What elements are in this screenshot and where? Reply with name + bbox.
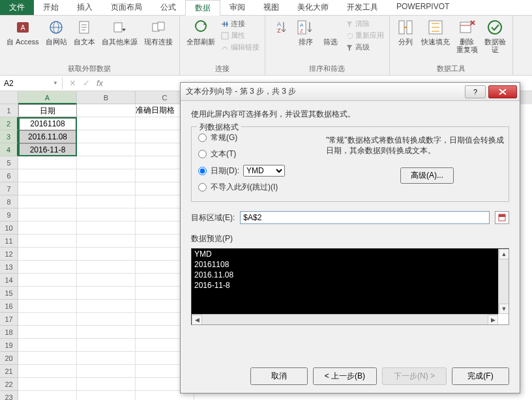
- btn-reapply[interactable]: 重新应用: [344, 30, 385, 41]
- btn-flash-fill[interactable]: 快速填充: [419, 17, 452, 47]
- cell[interactable]: [18, 195, 77, 208]
- cell[interactable]: [77, 104, 136, 117]
- row-header[interactable]: 6: [0, 169, 18, 182]
- cell[interactable]: [77, 195, 136, 208]
- row-header[interactable]: 13: [0, 261, 18, 274]
- close-button[interactable]: [488, 85, 517, 98]
- btn-data-validation[interactable]: 数据验 证: [482, 17, 509, 55]
- btn-existing-conn[interactable]: 现有连接: [141, 17, 175, 47]
- help-button[interactable]: ?: [465, 85, 486, 98]
- date-format-select[interactable]: YMD: [243, 165, 285, 177]
- cell[interactable]: [18, 300, 77, 313]
- row-header[interactable]: 18: [0, 326, 18, 339]
- cell[interactable]: [77, 339, 136, 352]
- radio-date[interactable]: 日期(D):: [198, 165, 239, 177]
- chevron-down-icon[interactable]: ▼: [53, 80, 58, 86]
- target-range-input[interactable]: [240, 211, 490, 224]
- cell[interactable]: [77, 326, 136, 339]
- col-header[interactable]: A: [18, 91, 77, 104]
- btn-filter[interactable]: 筛选: [319, 17, 342, 47]
- cell[interactable]: [77, 261, 136, 274]
- cell[interactable]: [18, 221, 77, 235]
- cell[interactable]: [77, 313, 136, 326]
- btn-remove-duplicates[interactable]: 删除 重复项: [454, 17, 480, 55]
- row-header[interactable]: 7: [0, 182, 18, 195]
- cell[interactable]: [77, 378, 136, 391]
- cell[interactable]: [18, 287, 77, 300]
- cell[interactable]: [77, 300, 136, 313]
- row-header[interactable]: 19: [0, 339, 18, 352]
- btn-refresh-all[interactable]: 全部刷新: [184, 17, 218, 47]
- col-header[interactable]: B: [77, 91, 136, 104]
- row-header[interactable]: 21: [0, 365, 18, 378]
- cell[interactable]: [18, 339, 77, 352]
- cell[interactable]: [77, 365, 136, 378]
- dialog-titlebar[interactable]: 文本分列向导 - 第 3 步，共 3 步 ?: [181, 83, 520, 101]
- btn-advanced-filter[interactable]: 高级: [344, 42, 385, 53]
- row-header[interactable]: 2: [0, 117, 18, 130]
- cell[interactable]: 20161108: [18, 117, 77, 130]
- tab-insert[interactable]: 插入: [68, 0, 102, 15]
- cell[interactable]: [77, 156, 136, 169]
- btn-properties[interactable]: 属性: [219, 30, 261, 41]
- tab-view[interactable]: 视图: [254, 0, 288, 15]
- cell[interactable]: [18, 169, 77, 182]
- btn-from-other[interactable]: 自其他来源: [99, 17, 140, 47]
- cell[interactable]: [77, 221, 136, 235]
- btn-from-web[interactable]: 自网站: [43, 17, 70, 47]
- cell[interactable]: [77, 208, 136, 221]
- cell[interactable]: [18, 235, 77, 248]
- btn-edit-links[interactable]: 编辑链接: [219, 42, 261, 53]
- cell[interactable]: 2016.11.08: [18, 130, 77, 143]
- row-header[interactable]: 12: [0, 248, 18, 261]
- cell[interactable]: [18, 248, 77, 261]
- cell[interactable]: 2016-11-8: [18, 143, 77, 156]
- scrollbar-horizontal[interactable]: ◀▶: [192, 314, 498, 324]
- cell[interactable]: [18, 182, 77, 195]
- btn-text-to-columns[interactable]: 分列: [394, 17, 417, 47]
- cell[interactable]: [18, 313, 77, 326]
- row-header[interactable]: 22: [0, 378, 18, 391]
- cell[interactable]: [77, 287, 136, 300]
- cell[interactable]: [18, 156, 77, 169]
- cell[interactable]: [77, 352, 136, 365]
- advanced-button[interactable]: 高级(A)...: [400, 167, 454, 184]
- cell[interactable]: [77, 182, 136, 195]
- cell[interactable]: [18, 208, 77, 221]
- name-box[interactable]: A2▼: [0, 78, 63, 89]
- btn-from-text[interactable]: 自文本: [71, 17, 98, 47]
- btn-sort[interactable]: AZ排序: [294, 17, 318, 47]
- cell[interactable]: [18, 391, 77, 400]
- row-header[interactable]: 15: [0, 287, 18, 300]
- tab-developer[interactable]: 开发工具: [338, 0, 387, 15]
- row-header[interactable]: 20: [0, 352, 18, 365]
- row-header[interactable]: 11: [0, 235, 18, 248]
- finish-button[interactable]: 完成(F): [452, 367, 509, 385]
- cell[interactable]: [18, 365, 77, 378]
- fx-icon[interactable]: fx: [96, 78, 103, 88]
- row-header[interactable]: 3: [0, 130, 18, 143]
- tab-home[interactable]: 开始: [34, 0, 68, 15]
- cell[interactable]: [77, 130, 136, 143]
- cancel-button[interactable]: 取消: [250, 367, 308, 385]
- cell[interactable]: [18, 261, 77, 274]
- row-header[interactable]: 1: [0, 104, 18, 117]
- row-header[interactable]: 17: [0, 313, 18, 326]
- radio-skip[interactable]: 不导入此列(跳过)(I): [198, 182, 502, 193]
- cell[interactable]: [18, 378, 77, 391]
- row-header[interactable]: 23: [0, 391, 18, 400]
- tab-powerpivot[interactable]: POWERPIVOT: [387, 0, 458, 15]
- select-all-corner[interactable]: [0, 91, 18, 104]
- cell[interactable]: [77, 235, 136, 248]
- cell[interactable]: [77, 274, 136, 287]
- back-button[interactable]: < 上一步(B): [313, 367, 377, 385]
- row-header[interactable]: 16: [0, 300, 18, 313]
- row-header[interactable]: 5: [0, 156, 18, 169]
- scrollbar-vertical[interactable]: ▲▼: [498, 249, 509, 314]
- cell[interactable]: [77, 117, 136, 130]
- data-preview[interactable]: YMD 20161108 2016.11.08 2016-11-8 ▲▼ ◀▶: [191, 248, 509, 325]
- btn-clear-filter[interactable]: 清除: [344, 18, 385, 29]
- cell[interactable]: [77, 169, 136, 182]
- cell[interactable]: [18, 274, 77, 287]
- cell[interactable]: [18, 352, 77, 365]
